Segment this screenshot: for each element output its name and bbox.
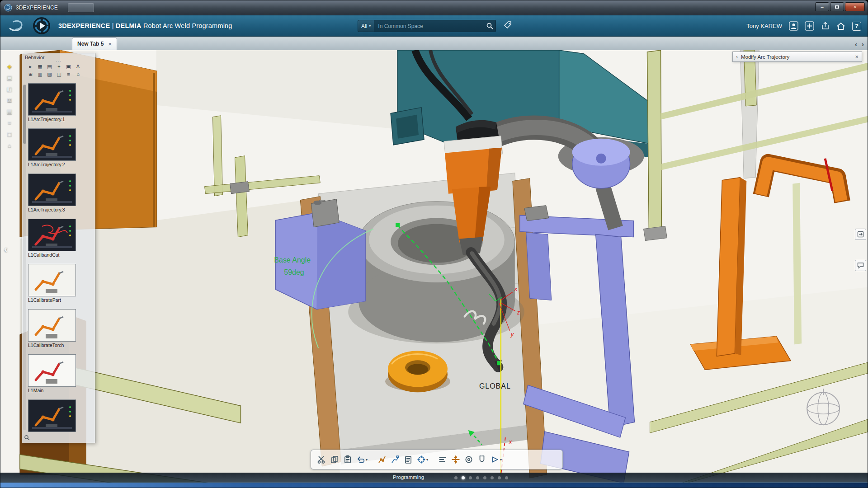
modify-arc-trajectory-panel[interactable]: › Modify Arc Trajectory × xyxy=(732,52,862,62)
chevron-down-icon[interactable]: ▾ xyxy=(366,458,368,462)
page-dot-5[interactable] xyxy=(483,476,486,479)
3dcompass-button[interactable] xyxy=(33,17,50,34)
image-view-icon[interactable]: ▤ xyxy=(46,63,53,70)
behavior-item[interactable]: L1CalibrateTorch xyxy=(22,309,94,354)
toolbar-align-button[interactable] xyxy=(437,452,448,467)
maximize-button[interactable] xyxy=(830,2,844,11)
app-window: 3DEXPERIENCE – × 3DEXPERIENCE | DELMIA R… xyxy=(0,0,868,488)
toolbar-robot-program-button[interactable] xyxy=(376,452,388,467)
page-dot-6[interactable] xyxy=(491,476,494,479)
toolbar-cut-button[interactable] xyxy=(316,452,327,467)
search-icon[interactable] xyxy=(486,22,494,30)
svg-text:z: z xyxy=(517,309,520,316)
home-view-icon[interactable]: ⌂ xyxy=(74,70,82,78)
tab-scroll-left-icon[interactable]: ‹ xyxy=(855,41,857,47)
page-dot-3[interactable] xyxy=(469,476,472,479)
tab-bar: New Tab 5 × ‹ › xyxy=(0,37,868,50)
chevron-down-icon: ▾ xyxy=(369,24,371,28)
table-view-icon[interactable]: ▦ xyxy=(36,63,44,70)
behavior-item-label: L1ArcTrajectory.2 xyxy=(22,161,94,167)
toolbar-sim-options-button[interactable]: ▾ xyxy=(489,452,503,467)
behavior-item-thumbnail[interactable] xyxy=(28,309,76,342)
layers-icon[interactable]: ▥ xyxy=(36,70,44,78)
behavior-scrollbar[interactable] xyxy=(23,84,26,430)
toolbar-teach-point-button[interactable]: ▾ xyxy=(415,452,429,467)
behavior-item[interactable]: L1ArcTrajectory.3 xyxy=(22,174,94,219)
behavior-item-thumbnail[interactable] xyxy=(28,219,76,251)
close-button[interactable]: × xyxy=(845,2,865,11)
search-input[interactable] xyxy=(374,20,496,32)
search-scope-dropdown[interactable]: All ▾ xyxy=(358,20,374,32)
minimize-button[interactable]: – xyxy=(815,2,829,11)
split-view-icon[interactable]: ◫ xyxy=(55,70,63,78)
list-lines-icon[interactable]: ≡ xyxy=(65,70,72,78)
behavior-panel: Behavior ··· ▸▦▤+▣A ⊞▥▨◫≡⌂ L1ArcTrajecto… xyxy=(22,53,95,443)
behavior-item-thumbnail[interactable] xyxy=(28,354,76,387)
add-item-icon[interactable]: + xyxy=(55,63,63,70)
annotation-icon[interactable] xyxy=(855,260,866,271)
tab-new-tab-5[interactable]: New Tab 5 × xyxy=(72,38,117,50)
chevron-down-icon[interactable]: ▾ xyxy=(500,458,502,462)
activity-list-icon[interactable]: ≡ xyxy=(5,119,14,127)
behavior-item[interactable] xyxy=(22,399,94,441)
toolbar-snap-button[interactable] xyxy=(476,452,488,467)
modify-panel-close-icon[interactable]: × xyxy=(855,54,859,60)
tab-scroll-right-icon[interactable]: › xyxy=(862,41,864,47)
add-content-icon[interactable] xyxy=(804,21,815,32)
grid-view-icon[interactable]: ▣ xyxy=(65,63,72,70)
behavior-item[interactable]: L1ArcTrajectory.2 xyxy=(22,128,94,174)
selection-tool-icon[interactable]: ▣ xyxy=(5,74,14,82)
toolbar-reach-button[interactable] xyxy=(463,452,475,467)
toolbar-paste-button[interactable] xyxy=(342,452,354,467)
behavior-item-thumbnail[interactable] xyxy=(28,128,76,161)
home-context-icon[interactable]: ⌂ xyxy=(5,142,14,150)
3d-viewport[interactable]: xzy x Base Angle 59deg GLOBAL xyxy=(0,50,868,483)
app-title: 3DEXPERIENCE | DELMIA Robot Arc Weld Pro… xyxy=(58,22,232,29)
action-toolbar: ▾▾▾ xyxy=(311,450,563,469)
frames-icon[interactable]: ◻ xyxy=(5,131,14,139)
new-window-icon[interactable]: ⊞ xyxy=(27,70,34,78)
page-dots xyxy=(454,476,508,479)
behavior-item-thumbnail[interactable] xyxy=(28,174,76,206)
list-search-icon[interactable] xyxy=(24,435,30,441)
page-dot-1[interactable] xyxy=(454,476,458,479)
behavior-item[interactable]: L1ArcTrajectory.1 xyxy=(22,83,94,128)
toolbar-clipboard-button[interactable] xyxy=(402,452,414,467)
behavior-item[interactable]: L1CalibratePart xyxy=(22,264,94,309)
user-icon[interactable] xyxy=(788,21,799,32)
behavior-item-thumbnail[interactable] xyxy=(28,83,76,116)
page-dot-2[interactable] xyxy=(462,476,465,479)
toolbar-undo-button[interactable]: ▾ xyxy=(355,452,369,467)
maximize-icon xyxy=(835,5,839,9)
robot-library-icon[interactable]: ▤ xyxy=(5,108,14,116)
window-title: 3DEXPERIENCE xyxy=(16,5,58,11)
window-titlebar[interactable]: 3DEXPERIENCE – × xyxy=(0,0,868,15)
home-icon[interactable] xyxy=(835,21,846,32)
hatch-icon[interactable]: ▨ xyxy=(46,70,53,78)
toolbar-copy-button[interactable] xyxy=(329,452,340,467)
page-dot-4[interactable] xyxy=(476,476,479,479)
toolbar-robot-teach-button[interactable] xyxy=(389,452,401,467)
scrollbar-thumb[interactable] xyxy=(23,85,26,144)
chevron-down-icon[interactable]: ▾ xyxy=(426,458,428,462)
chevron-right-icon: › xyxy=(736,54,738,60)
behavior-tree-icon[interactable]: ◈ xyxy=(5,63,14,71)
toolbar-jog-button[interactable] xyxy=(450,452,462,467)
tag-icon[interactable] xyxy=(503,21,512,30)
model-view-icon[interactable]: ◧ xyxy=(5,85,14,94)
collapse-panel-icon[interactable]: ‹ xyxy=(4,244,7,254)
tab-close-icon[interactable]: × xyxy=(108,41,112,47)
pointer-tool-icon[interactable]: ▸ xyxy=(27,63,34,70)
behavior-item-label: L1CalibandCut xyxy=(22,251,94,258)
page-dot-7[interactable] xyxy=(498,476,501,479)
behavior-item-thumbnail[interactable] xyxy=(28,399,76,432)
help-icon[interactable]: ? xyxy=(851,21,862,32)
text-view-icon[interactable]: A xyxy=(74,63,82,70)
behavior-item[interactable]: L1Main xyxy=(22,354,94,399)
page-dot-8[interactable] xyxy=(505,476,508,479)
simulation-icon[interactable]: ⊞ xyxy=(5,97,14,105)
expand-panel-icon[interactable] xyxy=(855,229,866,240)
behavior-item-thumbnail[interactable] xyxy=(28,264,76,296)
behavior-item[interactable]: L1CalibandCut xyxy=(22,219,94,264)
share-icon[interactable] xyxy=(820,21,830,32)
